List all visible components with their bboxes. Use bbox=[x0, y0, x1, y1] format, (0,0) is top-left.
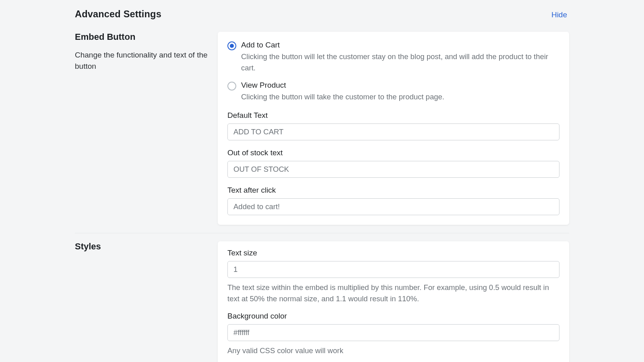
text-size-help: The text size within the embed is multip… bbox=[227, 282, 559, 304]
out-of-stock-label: Out of stock text bbox=[227, 148, 559, 157]
radio-view-product[interactable]: View Product Clicking the button will ta… bbox=[227, 81, 559, 103]
out-of-stock-input[interactable] bbox=[227, 161, 559, 178]
text-after-click-label: Text after click bbox=[227, 186, 559, 195]
radio-add-to-cart-description: Clicking the button will let the custome… bbox=[241, 51, 559, 74]
text-size-input[interactable] bbox=[227, 261, 559, 278]
hide-toggle-link[interactable]: Hide bbox=[551, 10, 569, 19]
styles-card: Text size The text size within the embed… bbox=[218, 241, 569, 362]
embed-button-heading: Embed Button bbox=[75, 32, 208, 42]
embed-button-description: Change the functionality and text of the… bbox=[75, 49, 208, 72]
background-color-help: Any valid CSS color value will work bbox=[227, 345, 559, 356]
radio-view-product-label: View Product bbox=[241, 81, 559, 90]
radio-view-product-description: Clicking the button will take the custom… bbox=[241, 91, 559, 103]
page-title: Advanced Settings bbox=[75, 9, 161, 20]
default-text-label: Default Text bbox=[227, 111, 559, 120]
section-divider bbox=[75, 233, 569, 233]
radio-add-to-cart-label: Add to Cart bbox=[241, 41, 559, 49]
radio-selected-icon bbox=[227, 41, 236, 50]
default-text-input[interactable] bbox=[227, 123, 559, 140]
text-after-click-input[interactable] bbox=[227, 198, 559, 215]
radio-unselected-icon bbox=[227, 82, 236, 90]
embed-button-card: Add to Cart Clicking the button will let… bbox=[218, 32, 569, 225]
background-color-input[interactable] bbox=[227, 324, 559, 341]
radio-add-to-cart[interactable]: Add to Cart Clicking the button will let… bbox=[227, 41, 559, 74]
styles-heading: Styles bbox=[75, 241, 208, 252]
text-size-label: Text size bbox=[227, 249, 559, 257]
background-color-label: Background color bbox=[227, 312, 559, 321]
